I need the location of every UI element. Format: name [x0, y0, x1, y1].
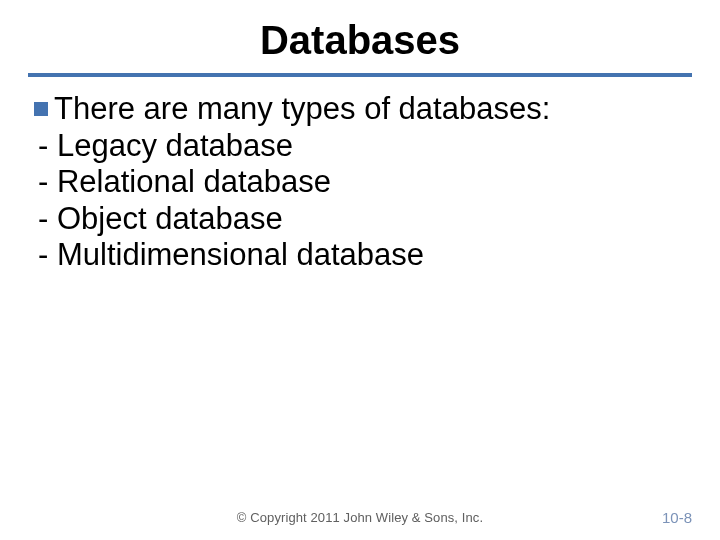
- page-title: Databases: [28, 18, 692, 69]
- square-bullet-icon: [34, 102, 48, 116]
- slide: Databases There are many types of databa…: [0, 0, 720, 540]
- subitem: - Relational database: [34, 164, 686, 201]
- page-number: 10-8: [632, 509, 692, 526]
- subitem: - Object database: [34, 201, 686, 238]
- copyright-text: © Copyright 2011 John Wiley & Sons, Inc.: [88, 510, 632, 525]
- subitem: - Legacy database: [34, 128, 686, 165]
- title-underline: [28, 73, 692, 77]
- bullet-row: There are many types of databases:: [34, 91, 686, 128]
- subitem: - Multidimensional database: [34, 237, 686, 274]
- content-block: There are many types of databases: - Leg…: [28, 91, 692, 274]
- lead-text: There are many types of databases:: [54, 91, 550, 128]
- footer: © Copyright 2011 John Wiley & Sons, Inc.…: [0, 509, 720, 526]
